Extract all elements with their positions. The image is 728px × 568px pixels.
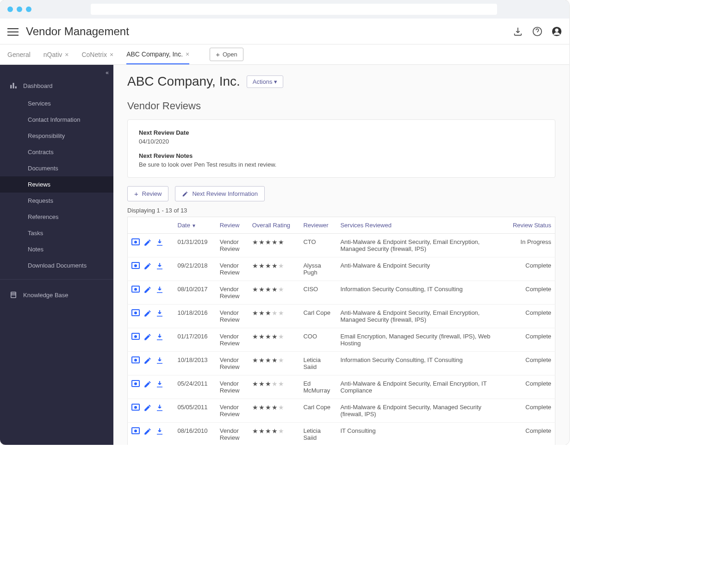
sidebar-item-dashboard[interactable]: Dashboard <box>0 76 113 95</box>
sidebar-item-services[interactable]: Services <box>0 95 113 112</box>
cell-date: 08/10/2017 <box>174 281 216 305</box>
sidebar: « Dashboard ServicesContact InformationR… <box>0 65 113 445</box>
sidebar-item-label: Knowledge Base <box>23 292 68 299</box>
edit-icon[interactable] <box>143 380 152 388</box>
actions-label: Actions <box>253 78 273 85</box>
download-icon[interactable] <box>513 26 523 37</box>
cell-status: Complete <box>503 352 555 375</box>
tab-conetrix[interactable]: CoNetrix× <box>81 45 113 64</box>
tab-nqativ[interactable]: nQativ× <box>44 45 69 64</box>
tab-general[interactable]: General <box>7 45 31 64</box>
sidebar-item-responsibility[interactable]: Responsibility <box>0 128 113 144</box>
edit-icon[interactable] <box>143 356 152 365</box>
account-icon[interactable] <box>552 26 562 37</box>
edit-icon[interactable] <box>143 333 152 341</box>
tab-label: CoNetrix <box>81 51 106 58</box>
cell-status: Complete <box>503 257 555 281</box>
open-tab-button[interactable]: + Open <box>210 48 243 61</box>
sidebar-item-contact-information[interactable]: Contact Information <box>0 112 113 128</box>
sidebar-item-documents[interactable]: Documents <box>0 160 113 176</box>
col-status[interactable]: Review Status <box>503 217 555 234</box>
edit-icon[interactable] <box>143 262 152 270</box>
close-icon[interactable]: × <box>65 51 68 58</box>
cell-services: Anti-Malware & Endpoint Security, Email … <box>336 234 503 257</box>
add-review-button[interactable]: + Review <box>127 186 168 201</box>
edit-icon[interactable] <box>143 286 152 294</box>
table-row: 01/31/2019Vendor Review★★★★★CTOAnti-Malw… <box>128 234 555 257</box>
browser-chrome <box>0 0 569 19</box>
col-date[interactable]: Date▼ <box>174 217 216 234</box>
cell-rating: ★★★★★ <box>249 328 300 352</box>
view-icon[interactable] <box>131 262 140 269</box>
cell-services: IT Consulting <box>336 423 503 445</box>
sidebar-item-download-documents[interactable]: Download Documents <box>0 257 113 274</box>
reviews-table: Date▼ Review Overall Rating Reviewer Ser… <box>127 217 555 445</box>
main-content: ABC Company, Inc. Actions ▾ Vendor Revie… <box>113 65 569 445</box>
cell-review: Vendor Review <box>216 423 249 445</box>
caret-down-icon: ▾ <box>274 78 277 85</box>
col-services[interactable]: Services Reviewed <box>336 217 503 234</box>
tab-abc-company-inc-[interactable]: ABC Company, Inc.× <box>126 45 189 64</box>
download-icon[interactable] <box>156 333 164 341</box>
download-icon[interactable] <box>156 286 164 294</box>
table-row: 10/18/2013Vendor Review★★★★★Leticia Saii… <box>128 352 555 375</box>
close-icon[interactable]: × <box>186 50 189 58</box>
view-icon[interactable] <box>131 333 140 340</box>
section-title: Vendor Reviews <box>127 100 555 112</box>
download-icon[interactable] <box>156 380 164 388</box>
view-icon[interactable] <box>131 427 140 434</box>
sidebar-item-requests[interactable]: Requests <box>0 193 113 209</box>
view-icon[interactable] <box>131 238 140 245</box>
download-icon[interactable] <box>156 262 164 270</box>
window-dot <box>7 6 13 12</box>
tab-label: ABC Company, Inc. <box>126 50 183 58</box>
download-icon[interactable] <box>156 238 164 247</box>
url-bar[interactable] <box>91 4 497 15</box>
sidebar-item-references[interactable]: References <box>0 209 113 225</box>
download-icon[interactable] <box>156 309 164 318</box>
table-row: 08/10/2017Vendor Review★★★★★CISOInformat… <box>128 281 555 305</box>
cell-date: 09/21/2018 <box>174 257 216 281</box>
col-reviewer[interactable]: Reviewer <box>299 217 336 234</box>
col-review[interactable]: Review <box>216 217 249 234</box>
cell-date: 10/18/2016 <box>174 305 216 328</box>
cell-reviewer: Ed McMurray <box>299 375 336 399</box>
download-icon[interactable] <box>156 404 164 412</box>
plus-icon: + <box>216 50 220 58</box>
edit-icon[interactable] <box>143 309 152 318</box>
cell-date: 01/17/2016 <box>174 328 216 352</box>
sidebar-item-knowledge-base[interactable]: Knowledge Base <box>0 285 113 305</box>
download-icon[interactable] <box>156 427 164 436</box>
sidebar-item-tasks[interactable]: Tasks <box>0 225 113 241</box>
sidebar-item-reviews[interactable]: Reviews <box>0 176 113 193</box>
cell-reviewer: Carl Cope <box>299 399 336 423</box>
cell-review: Vendor Review <box>216 328 249 352</box>
cell-status: In Progress <box>503 234 555 257</box>
table-row: 08/16/2010Vendor Review★★★★★Leticia Saii… <box>128 423 555 445</box>
close-icon[interactable]: × <box>110 51 113 58</box>
view-icon[interactable] <box>131 380 140 387</box>
svg-rect-5 <box>15 87 17 89</box>
sidebar-item-notes[interactable]: Notes <box>0 241 113 257</box>
pager-text: Displaying 1 - 13 of 13 <box>127 207 555 214</box>
sidebar-item-label: Dashboard <box>23 82 53 89</box>
sidebar-item-contracts[interactable]: Contracts <box>0 144 113 160</box>
view-icon[interactable] <box>131 404 140 411</box>
view-icon[interactable] <box>131 356 140 363</box>
view-icon[interactable] <box>131 286 140 293</box>
next-review-info-button[interactable]: Next Review Information <box>175 186 265 201</box>
cell-status: Complete <box>503 281 555 305</box>
cell-review: Vendor Review <box>216 352 249 375</box>
tab-label: nQativ <box>44 51 62 58</box>
menu-icon[interactable] <box>7 26 19 37</box>
view-icon[interactable] <box>131 309 140 316</box>
edit-icon[interactable] <box>143 404 152 412</box>
help-icon[interactable] <box>532 26 542 37</box>
actions-dropdown[interactable]: Actions ▾ <box>247 75 283 88</box>
sidebar-separator <box>0 279 113 280</box>
col-rating[interactable]: Overall Rating <box>249 217 300 234</box>
sidebar-collapse-icon[interactable]: « <box>106 69 109 76</box>
edit-icon[interactable] <box>143 427 152 436</box>
download-icon[interactable] <box>156 356 164 365</box>
edit-icon[interactable] <box>143 238 152 247</box>
